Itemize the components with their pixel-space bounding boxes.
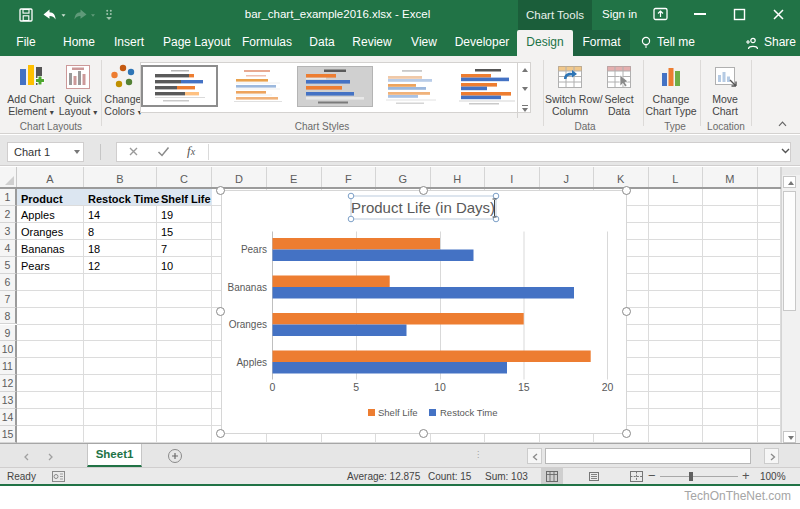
svg-text:15: 15 (517, 381, 529, 393)
svg-text:Restock Time: Restock Time (440, 407, 498, 418)
svg-text:Apples: Apples (236, 356, 267, 367)
svg-text:Shelf Life: Shelf Life (378, 407, 418, 418)
svg-text:Oranges: Oranges (228, 319, 266, 330)
svg-text:5: 5 (353, 381, 359, 393)
svg-text:0: 0 (269, 381, 275, 393)
svg-text:Product Life (in Days): Product Life (in Days) (350, 199, 494, 216)
svg-text:Pears: Pears (240, 244, 266, 255)
svg-text:10: 10 (434, 381, 446, 393)
svg-text:20: 20 (601, 381, 613, 393)
svg-text:Bananas: Bananas (227, 281, 266, 292)
